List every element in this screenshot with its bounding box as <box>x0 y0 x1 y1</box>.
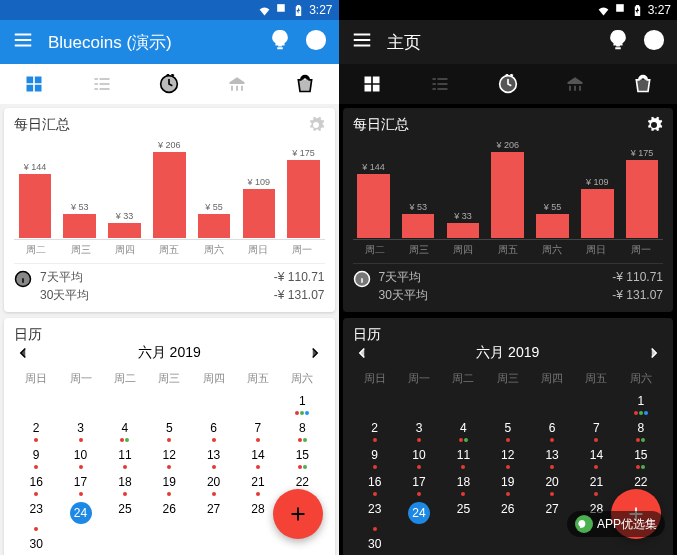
bulb-icon[interactable] <box>269 29 291 55</box>
month-label[interactable]: 六月 2019 <box>138 344 201 362</box>
tab-dashboard[interactable] <box>339 64 407 104</box>
day-10[interactable]: 10 <box>397 444 441 470</box>
day-2[interactable]: 2 <box>14 417 58 443</box>
bar-6: ¥ 175 <box>621 140 663 238</box>
day-12[interactable]: 12 <box>147 444 191 470</box>
gear-icon[interactable] <box>645 116 663 134</box>
day-1[interactable]: 1 <box>280 390 324 416</box>
day-26[interactable]: 26 <box>147 498 191 532</box>
day-30[interactable]: 30 <box>14 533 58 555</box>
day-24[interactable]: 24 <box>58 498 102 532</box>
day-18[interactable]: 18 <box>103 471 147 497</box>
day-11[interactable]: 11 <box>441 444 485 470</box>
day-19[interactable]: 19 <box>147 471 191 497</box>
day-18[interactable]: 18 <box>441 471 485 497</box>
next-month[interactable] <box>306 344 324 362</box>
day-7[interactable]: 7 <box>574 417 618 443</box>
tab-dashboard[interactable] <box>0 64 68 104</box>
wechat-icon <box>575 515 593 533</box>
month-label[interactable]: 六月 2019 <box>476 344 539 362</box>
day-23[interactable]: 23 <box>14 498 58 532</box>
day-14[interactable]: 14 <box>574 444 618 470</box>
day-24[interactable]: 24 <box>397 498 441 532</box>
tabs <box>0 64 339 104</box>
tab-bank[interactable] <box>203 64 271 104</box>
x-axis: 周二周三周四周五周六周日周一 <box>14 243 325 257</box>
day-9[interactable]: 9 <box>353 444 397 470</box>
tab-list[interactable] <box>406 64 474 104</box>
dow: 周三 <box>486 368 530 389</box>
bar-4: ¥ 55 <box>193 140 235 238</box>
fab-add[interactable] <box>273 489 323 539</box>
dow: 周日 <box>14 368 58 389</box>
gear-icon[interactable] <box>307 116 325 134</box>
day-26[interactable]: 26 <box>486 498 530 532</box>
day-6[interactable]: 6 <box>530 417 574 443</box>
day-23[interactable]: 23 <box>353 498 397 532</box>
tab-basket[interactable] <box>609 64 677 104</box>
day-11[interactable]: 11 <box>103 444 147 470</box>
day-19[interactable]: 19 <box>486 471 530 497</box>
day-25[interactable]: 25 <box>103 498 147 532</box>
next-month[interactable] <box>645 344 663 362</box>
prev-month[interactable] <box>14 344 32 362</box>
day-13[interactable]: 13 <box>191 444 235 470</box>
dow: 周四 <box>530 368 574 389</box>
day-13[interactable]: 13 <box>530 444 574 470</box>
day-5[interactable]: 5 <box>486 417 530 443</box>
day-27[interactable]: 27 <box>191 498 235 532</box>
day-4[interactable]: 4 <box>103 417 147 443</box>
tab-bank[interactable] <box>542 64 610 104</box>
help-icon[interactable] <box>305 29 327 55</box>
dow: 周一 <box>397 368 441 389</box>
stats: 7天平均-¥ 110.71 30天平均-¥ 131.07 <box>14 263 325 304</box>
day-12[interactable]: 12 <box>486 444 530 470</box>
day-9[interactable]: 9 <box>14 444 58 470</box>
day-20[interactable]: 20 <box>530 471 574 497</box>
day-3[interactable]: 3 <box>397 417 441 443</box>
day-8[interactable]: 8 <box>280 417 324 443</box>
tab-clock[interactable] <box>474 64 542 104</box>
day-14[interactable]: 14 <box>236 444 280 470</box>
bar-0: ¥ 144 <box>353 140 395 238</box>
tab-basket[interactable] <box>271 64 339 104</box>
day-3[interactable]: 3 <box>58 417 102 443</box>
day-15[interactable]: 15 <box>280 444 324 470</box>
day-4[interactable]: 4 <box>441 417 485 443</box>
bar-0: ¥ 144 <box>14 140 56 238</box>
day-17[interactable]: 17 <box>397 471 441 497</box>
day-6[interactable]: 6 <box>191 417 235 443</box>
prev-month[interactable] <box>353 344 371 362</box>
day-1[interactable]: 1 <box>619 390 663 416</box>
day-7[interactable]: 7 <box>236 417 280 443</box>
dow: 周二 <box>441 368 485 389</box>
day-17[interactable]: 17 <box>58 471 102 497</box>
status-time: 3:27 <box>309 3 332 17</box>
day-10[interactable]: 10 <box>58 444 102 470</box>
menu-icon[interactable] <box>351 29 373 55</box>
bar-chart: ¥ 144¥ 53¥ 33¥ 206¥ 55¥ 109¥ 175 <box>14 140 325 240</box>
day-30[interactable]: 30 <box>353 533 397 555</box>
bar-5: ¥ 109 <box>238 140 280 238</box>
day-2[interactable]: 2 <box>353 417 397 443</box>
dow: 周五 <box>236 368 280 389</box>
day-16[interactable]: 16 <box>353 471 397 497</box>
app-bar: Bluecoins (演示) <box>0 20 339 64</box>
day-8[interactable]: 8 <box>619 417 663 443</box>
tab-list[interactable] <box>68 64 136 104</box>
menu-icon[interactable] <box>12 29 34 55</box>
day-25[interactable]: 25 <box>441 498 485 532</box>
dow: 周六 <box>619 368 663 389</box>
summary-title: 每日汇总 <box>353 116 409 134</box>
help-icon[interactable] <box>643 29 665 55</box>
tab-clock[interactable] <box>135 64 203 104</box>
bulb-icon[interactable] <box>607 29 629 55</box>
day-21[interactable]: 21 <box>574 471 618 497</box>
day-21[interactable]: 21 <box>236 471 280 497</box>
day-20[interactable]: 20 <box>191 471 235 497</box>
day-15[interactable]: 15 <box>619 444 663 470</box>
info-icon <box>14 270 32 288</box>
status-bar: 3:27 <box>0 0 339 20</box>
day-16[interactable]: 16 <box>14 471 58 497</box>
day-5[interactable]: 5 <box>147 417 191 443</box>
